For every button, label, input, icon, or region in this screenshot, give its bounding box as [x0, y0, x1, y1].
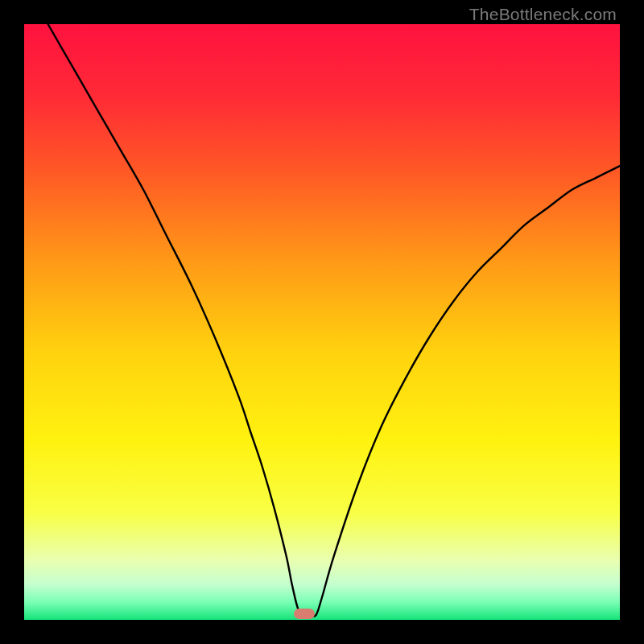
chart-frame: TheBottleneck.com [0, 0, 644, 644]
plot-area [24, 24, 620, 620]
bottleneck-curve [24, 24, 620, 620]
optimal-marker [294, 609, 315, 619]
watermark-text: TheBottleneck.com [469, 5, 617, 24]
